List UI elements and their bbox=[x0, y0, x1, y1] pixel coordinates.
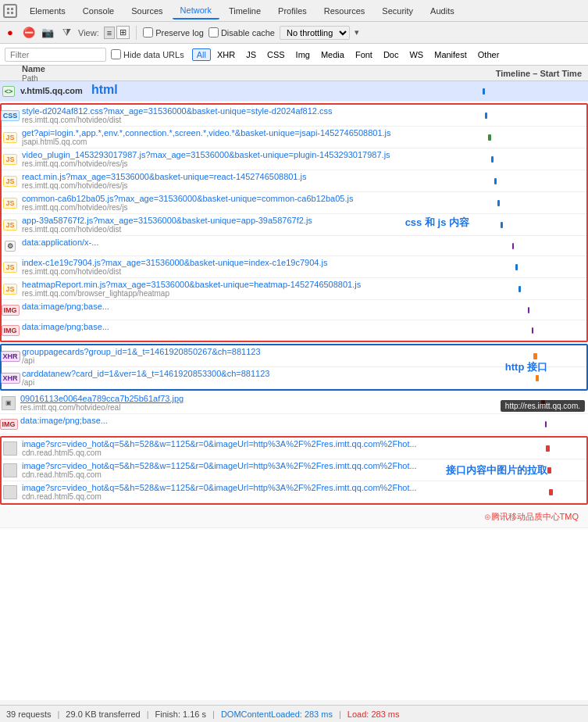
tab-profiles[interactable]: Profiles bbox=[270, 3, 315, 19]
row-content: data:application/x-... bbox=[19, 236, 477, 256]
type-all[interactable]: All bbox=[192, 48, 211, 61]
row-timeline bbox=[477, 300, 586, 320]
table-row[interactable]: JS common-ca6b12ba05.js?max_age=31536000… bbox=[2, 192, 586, 214]
type-manifest[interactable]: Manifest bbox=[429, 48, 472, 61]
svg-rect-1 bbox=[11, 8, 13, 10]
row-icon-api: XHR bbox=[2, 345, 19, 366]
disable-cache-label[interactable]: Disable cache bbox=[208, 27, 275, 38]
tab-bar: Elements Console Sources Network Timelin… bbox=[0, 0, 588, 22]
row-path: cdn.read.html5.qq.com bbox=[22, 449, 474, 457]
row-timeline bbox=[477, 320, 586, 340]
table-row[interactable]: JS app-39a58767f2.js?max_age=31536000&ba… bbox=[2, 214, 586, 236]
table-row[interactable]: JS index-c1e19c7904.js?max_age=31536000&… bbox=[2, 256, 586, 278]
tab-audits[interactable]: Audits bbox=[422, 3, 462, 19]
throttle-select[interactable]: No throttling bbox=[280, 26, 350, 40]
filter-input[interactable] bbox=[5, 48, 106, 62]
hide-data-urls-checkbox[interactable] bbox=[111, 49, 121, 59]
view-toggle[interactable]: ≡ ⊞ bbox=[104, 26, 130, 39]
row-name: get?api=login.*,app.*,env.*,connection.*… bbox=[22, 128, 474, 138]
watermark-row: ⊙腾讯移动品质中心TMQ bbox=[0, 506, 588, 528]
type-other[interactable]: Other bbox=[473, 48, 504, 61]
list-view-btn[interactable]: ≡ bbox=[104, 27, 115, 39]
row-content: image?src=video_hot&q=5&h=528&w=1125&r=0… bbox=[19, 438, 477, 459]
row-timeline bbox=[477, 438, 586, 459]
table-row[interactable]: IMG data:image/png;base... bbox=[2, 320, 586, 341]
table-row[interactable]: JS get?api=login.*,app.*,env.*,connectio… bbox=[2, 127, 586, 148]
table-row[interactable]: <> v.html5.qq.com html bbox=[0, 81, 588, 102]
api-group: http 接口 XHR grouppagecards?group_id=1&_t… bbox=[0, 344, 588, 391]
row-content: style-d2024af812.css?max_age=31536000&ba… bbox=[19, 105, 477, 126]
tab-network[interactable]: Network bbox=[173, 2, 219, 20]
row-icon-js: JS bbox=[2, 127, 19, 148]
preserve-log-checkbox[interactable] bbox=[143, 27, 153, 38]
divider1 bbox=[136, 26, 137, 40]
tab-console[interactable]: Console bbox=[75, 3, 122, 19]
devtools-icon[interactable] bbox=[3, 4, 17, 18]
type-ws[interactable]: WS bbox=[404, 48, 428, 61]
table-row[interactable]: ⚙ data:application/x-... bbox=[2, 236, 586, 256]
row-icon-js: JS bbox=[2, 256, 19, 277]
preserve-log-label[interactable]: Preserve log bbox=[143, 27, 204, 38]
disable-cache-checkbox[interactable] bbox=[208, 27, 219, 38]
row-timeline bbox=[477, 256, 586, 277]
row-name: app-39a58767f2.js?max_age=31536000&baske… bbox=[22, 216, 474, 225]
row-name: grouppagecards?group_id=1&_t=14619208502… bbox=[22, 347, 474, 356]
row-content: grouppagecards?group_id=1&_t=14619208502… bbox=[19, 345, 477, 366]
row-path: res.imtt.qq.com/hotvideo/res/js bbox=[22, 181, 474, 190]
type-js[interactable]: JS bbox=[241, 48, 261, 61]
filter-icon[interactable]: ⧩ bbox=[59, 26, 73, 40]
tab-security[interactable]: Security bbox=[374, 3, 421, 19]
type-xhr[interactable]: XHR bbox=[212, 48, 240, 61]
row-name: common-ca6b12ba05.js?max_age=31536000&ba… bbox=[22, 194, 474, 203]
clear-button[interactable]: ⛔ bbox=[22, 26, 36, 40]
table-row[interactable]: JS video_plugin_1453293017987.js?max_age… bbox=[2, 148, 586, 170]
table-row[interactable]: XHR carddatanew?card_id=1&ver=1&_t=14619… bbox=[2, 367, 586, 389]
hide-data-urls-label[interactable]: Hide data URLs bbox=[111, 49, 184, 59]
tab-resources[interactable]: Resources bbox=[316, 3, 373, 19]
row-content: data:image/png;base... bbox=[17, 414, 479, 434]
row-icon-img bbox=[2, 438, 19, 459]
row-name: image?src=video_hot&q=5&h=528&w=1125&r=0… bbox=[22, 483, 474, 492]
table-row[interactable]: IMG data:image/png;base... bbox=[2, 300, 586, 320]
table-row[interactable]: IMG data:image/png;base... bbox=[0, 414, 588, 434]
row-timeline bbox=[477, 105, 586, 126]
type-img[interactable]: Img bbox=[291, 48, 315, 61]
row-path: res.imtt.qq.com/browser_lightapp/heatmap bbox=[22, 289, 474, 298]
table-row[interactable]: CSS style-d2024af812.css?max_age=3153600… bbox=[2, 105, 586, 127]
table-row[interactable]: image?src=video_hot&q=5&h=528&w=1125&r=0… bbox=[2, 438, 586, 459]
tab-elements[interactable]: Elements bbox=[22, 3, 73, 19]
row-timeline bbox=[477, 214, 586, 235]
svg-rect-3 bbox=[11, 12, 13, 14]
table-row[interactable]: image?src=video_hot&q=5&h=528&w=1125&r=0… bbox=[2, 481, 586, 503]
throttle-arrow: ▾ bbox=[355, 27, 359, 38]
row-icon-img: IMG bbox=[0, 414, 17, 434]
tab-timeline[interactable]: Timeline bbox=[221, 3, 269, 19]
row-icon-js: JS bbox=[2, 148, 19, 170]
tab-sources[interactable]: Sources bbox=[123, 3, 170, 19]
row-icon-js: JS bbox=[2, 214, 19, 235]
record-button[interactable]: ● bbox=[3, 26, 17, 40]
row-content: common-ca6b12ba05.js?max_age=31536000&ba… bbox=[19, 192, 477, 213]
type-font[interactable]: Font bbox=[351, 48, 377, 61]
type-media[interactable]: Media bbox=[316, 48, 349, 61]
img-thumbnail bbox=[3, 485, 17, 499]
row-content: data:image/png;base... bbox=[19, 300, 477, 320]
table-row[interactable]: JS heatmapReport.min.js?max_age=31536000… bbox=[2, 278, 586, 300]
camera-icon[interactable]: 📷 bbox=[41, 26, 55, 40]
table-row[interactable]: JS react.min.js?max_age=31536000&basket-… bbox=[2, 170, 586, 192]
row-path: res.imtt.qq.com/hotvideo/real bbox=[20, 403, 476, 412]
row-content: v.html5.qq.com html bbox=[17, 81, 479, 101]
row-content: ⊙腾讯移动品质中心TMQ bbox=[0, 506, 588, 527]
type-css[interactable]: CSS bbox=[262, 48, 290, 61]
table-row[interactable]: image?src=video_hot&q=5&h=528&w=1125&r=0… bbox=[2, 459, 586, 481]
waterfall-view-btn[interactable]: ⊞ bbox=[116, 26, 130, 39]
row-icon-img: IMG bbox=[2, 300, 19, 320]
filter-bar: Hide data URLs All XHR JS CSS Img Media … bbox=[0, 44, 588, 66]
row-name: carddatanew?card_id=1&ver=1&_t=146192085… bbox=[22, 369, 474, 378]
img-fetch-group: 接口内容中图片的拉取 image?src=video_hot&q=5&h=528… bbox=[0, 436, 588, 505]
type-doc[interactable]: Doc bbox=[379, 48, 404, 61]
row-icon-img: ▣ bbox=[0, 392, 17, 413]
table-row[interactable]: ▣ 09016113e0064ea789cca7b25b61af73.jpg r… bbox=[0, 392, 588, 414]
row-content: 09016113e0064ea789cca7b25b61af73.jpg res… bbox=[17, 392, 479, 413]
table-row[interactable]: XHR grouppagecards?group_id=1&_t=1461920… bbox=[2, 345, 586, 367]
